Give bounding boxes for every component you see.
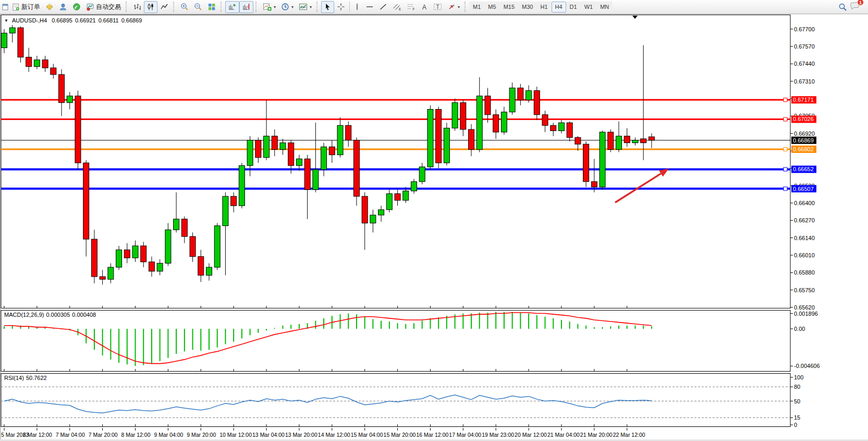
macd-name-label: MACD(12,26,9) (4, 312, 44, 318)
svg-text:15 Mar 20:00: 15 Mar 20:00 (384, 432, 416, 438)
indicators-button[interactable]: ▾ (260, 1, 278, 13)
timeframe-w1-button[interactable]: W1 (581, 2, 597, 13)
new-order-button[interactable]: 新订单 (9, 1, 43, 13)
svg-text:15 Mar 04:00: 15 Mar 04:00 (351, 432, 383, 438)
dropdown-arrow-icon: ▾ (274, 5, 276, 9)
zoom-out-icon (194, 3, 202, 11)
bar-chart-icon (133, 3, 141, 11)
trendline-icon (379, 3, 387, 11)
svg-text:0.00: 0.00 (794, 326, 805, 332)
community-button[interactable] (56, 1, 70, 13)
svg-text:21 Mar 20:00: 21 Mar 20:00 (580, 432, 613, 438)
svg-text:0.67570: 0.67570 (794, 43, 815, 50)
search-button[interactable] (836, 1, 850, 13)
svg-text:7 Mar 20:00: 7 Mar 20:00 (89, 432, 118, 438)
svg-text:0.001896: 0.001896 (794, 311, 818, 317)
candlestick-icon (146, 3, 155, 11)
vertical-line-tool-button[interactable] (351, 1, 363, 13)
line-chart-icon (160, 3, 168, 11)
svg-text:9 Mar 04:00: 9 Mar 04:00 (154, 432, 183, 438)
cursor-tool-button[interactable] (321, 1, 334, 13)
new-order-icon (12, 3, 20, 11)
auto-scroll-button[interactable] (225, 1, 239, 13)
toolbar-grip (126, 2, 128, 12)
zoom-out-button[interactable] (191, 1, 205, 13)
svg-text:0.65880: 0.65880 (794, 269, 815, 276)
svg-text:0.67171: 0.67171 (793, 97, 814, 103)
svg-text:7 Mar 04:00: 7 Mar 04:00 (56, 432, 85, 438)
timeframe-m30-button[interactable]: M30 (518, 2, 536, 13)
tile-windows-button[interactable] (205, 1, 218, 13)
price-chart: 0.656200.657500.658800.660100.661400.662… (0, 0, 868, 441)
zoom-in-button[interactable] (178, 1, 191, 13)
timeframe-mn-button[interactable]: MN (596, 2, 613, 13)
user-cloud-icon (59, 3, 67, 11)
svg-text:6 Mar 12:00: 6 Mar 12:00 (23, 432, 52, 438)
macd-header: MACD(12,26,9) 0.000305 0.000408 (4, 312, 96, 318)
svg-text:10 Mar 12:00: 10 Mar 12:00 (219, 432, 252, 438)
svg-text:19 Mar 23:00: 19 Mar 23:00 (482, 432, 514, 438)
rsi-header: RSI(14) 50.7622 (4, 375, 47, 381)
periods-button[interactable]: ▾ (278, 1, 296, 13)
svg-text:0.67026: 0.67026 (793, 116, 814, 122)
timeframe-h1-button[interactable]: H1 (536, 2, 551, 13)
autotrade-icon (86, 3, 94, 11)
window-icon (2, 3, 8, 10)
timeframe-m5-button[interactable]: M5 (484, 2, 499, 13)
horizontal-line-tool-button[interactable] (363, 1, 376, 13)
templates-button[interactable]: ▾ (296, 1, 314, 13)
template-icon (299, 3, 308, 11)
timeframe-h4-button[interactable]: H4 (552, 2, 566, 13)
arrow-objects-icon (447, 3, 456, 11)
chart-menu-arrow-icon[interactable]: ▼ (4, 18, 8, 23)
arrows-tool-button[interactable]: ▾ (445, 1, 462, 13)
timeframe-d1-button[interactable]: D1 (566, 2, 581, 13)
svg-text:0.66400: 0.66400 (794, 200, 815, 206)
autotrade-button[interactable]: 自动交易 (83, 1, 124, 13)
svg-text:0.66270: 0.66270 (794, 217, 815, 223)
timeframe-m15-button[interactable]: M15 (500, 2, 518, 13)
text-label-tool-button[interactable]: T (431, 1, 445, 13)
rsi-value: 50.7622 (26, 375, 47, 381)
dropdown-arrow-icon: ▾ (310, 5, 312, 9)
dropdown-arrow-icon: ▾ (458, 5, 460, 9)
market-button[interactable] (43, 1, 56, 13)
trendline-tool-button[interactable] (376, 1, 390, 13)
notifications-button[interactable]: 1 (850, 2, 860, 12)
chart-shift-icon (242, 3, 251, 11)
equidistant-channel-icon: E (393, 3, 401, 11)
svg-text:14 Mar 12:00: 14 Mar 12:00 (318, 432, 350, 438)
toolbar-grip (316, 2, 319, 12)
svg-text:100: 100 (794, 374, 803, 380)
text-tool-button[interactable]: A (418, 1, 431, 13)
svg-text:80: 80 (794, 384, 800, 390)
svg-text:E: E (399, 7, 401, 11)
toolbar: 新订单 自动交易 ▾ ▾ (0, 0, 868, 14)
svg-text:0.67700: 0.67700 (794, 26, 815, 32)
bar-chart-mode-button[interactable] (130, 1, 144, 13)
dropdown-arrow-icon: ▾ (291, 5, 294, 9)
text-label-icon: T (433, 3, 442, 11)
svg-text:T: T (436, 4, 439, 10)
timeframe-m1-button[interactable]: M1 (469, 2, 484, 13)
crosshair-tool-button[interactable] (334, 1, 348, 13)
channel-tool-button[interactable]: E (390, 1, 404, 13)
svg-text:0.66652: 0.66652 (793, 166, 814, 172)
vertical-line-icon (354, 3, 360, 11)
notification-count-badge: 1 (857, 0, 864, 6)
svg-text:0.67310: 0.67310 (794, 78, 815, 85)
signals-button[interactable] (70, 1, 83, 13)
fibonacci-tool-button[interactable]: F (404, 1, 418, 13)
svg-text:8 Mar 12:00: 8 Mar 12:00 (121, 432, 151, 438)
quote-open: 0.66895 (52, 17, 72, 23)
toolbar-grip (464, 2, 467, 12)
chart-window-icon (1, 1, 9, 13)
line-chart-mode-button[interactable] (157, 1, 171, 13)
svg-text:13 Mar 04:00: 13 Mar 04:00 (252, 432, 285, 438)
horizontal-line-icon (365, 3, 374, 11)
search-icon (838, 3, 847, 11)
signal-icon (72, 3, 81, 11)
svg-text:21 Mar 04:00: 21 Mar 04:00 (547, 432, 580, 438)
candlestick-mode-button[interactable] (144, 1, 157, 13)
chart-shift-button[interactable] (239, 1, 253, 13)
